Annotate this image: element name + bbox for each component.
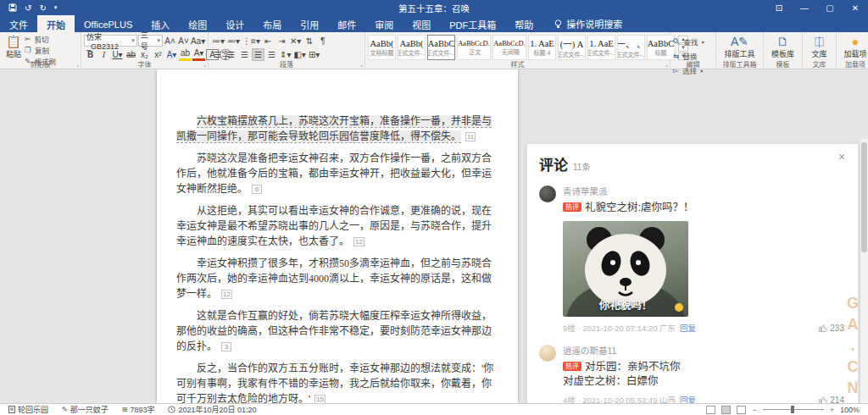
panda-image[interactable]: 你礼貌吗！ xyxy=(563,221,688,317)
font-dialog-launcher[interactable]: ⌟ xyxy=(203,61,206,68)
paragraph: 这就是合作互赢的好处，倘若苏晓大幅度压榨幸运女神所得收益，那他的收益的确高，但这… xyxy=(176,308,498,354)
style-item[interactable]: AaBb(正式文件-... xyxy=(398,35,426,60)
avatar[interactable] xyxy=(539,345,556,362)
print-layout-icon[interactable] xyxy=(721,406,731,414)
addins-button[interactable]: ● 加载项 xyxy=(839,34,868,61)
like-button[interactable]: 214 xyxy=(818,396,844,404)
redo-icon[interactable]: ↻ xyxy=(39,3,46,13)
numbering-icon[interactable]: ≕▾ xyxy=(226,35,241,47)
restore-icon[interactable]: ▢ xyxy=(817,0,843,15)
document-page[interactable]: 六枚宝箱摆放茶几上，苏晓这次开宝箱，准备操作一番，并非是与凯撒一同操作，那可能会… xyxy=(157,69,518,403)
thumbs-up-icon xyxy=(818,396,827,404)
style-item[interactable]: AaBbCcD.·正文 xyxy=(457,35,491,60)
find-button[interactable]: 查找 ▾ xyxy=(673,35,713,48)
zoom-in-icon[interactable]: + xyxy=(830,406,834,414)
web-layout-icon[interactable] xyxy=(737,406,746,414)
tab-references[interactable]: 引用 xyxy=(291,15,328,32)
tell-me-search[interactable]: 操作说明搜索 xyxy=(542,15,622,32)
change-case-icon[interactable]: Aa▾ xyxy=(191,35,205,47)
tab-pdf-toolbox[interactable]: PDF工具箱 xyxy=(440,15,505,32)
comment-count-marker[interactable]: 15 xyxy=(314,395,326,403)
book-icon xyxy=(8,406,15,413)
read-mode-icon[interactable] xyxy=(706,406,715,414)
bullets-icon[interactable]: ≔▾ xyxy=(211,35,225,47)
ribbon-display-options-icon[interactable]: ⊡ xyxy=(766,0,792,15)
shrink-font-icon[interactable]: A˅ xyxy=(177,35,190,47)
tab-help[interactable]: 帮助 xyxy=(505,15,542,32)
zoom-level[interactable]: 100% xyxy=(840,406,860,414)
tab-mailings[interactable]: 邮件 xyxy=(328,15,365,32)
sort-icon[interactable]: ⇅ xyxy=(303,35,315,47)
paragraph: 从这拒绝，其实可以看出幸运女神的合作诚意，更准确的说，现在幸运女神是最不希望苏晓… xyxy=(176,203,498,249)
library-button[interactable]: ⎅ 文库 xyxy=(805,34,833,61)
comment-item: 青诗苹果派 热评礼貌空之树:虐你吗？！ xyxy=(539,185,844,334)
zoom-out-icon[interactable]: − xyxy=(752,406,756,414)
template-library-icon: 🗋 xyxy=(777,36,789,47)
library-icon: ⎅ xyxy=(815,36,824,47)
decrease-indent-icon[interactable]: ⇤ xyxy=(262,35,275,47)
reply-link[interactable]: 回复 xyxy=(680,322,696,334)
close-comments-icon[interactable]: × xyxy=(834,149,849,164)
copy-button[interactable]: ❐ 复制 xyxy=(25,45,56,55)
typeset-tool-button[interactable]: A✎ 排版工具 xyxy=(719,34,760,61)
styles-dialog-launcher[interactable]: ⌟ xyxy=(665,61,668,68)
comment-count-marker[interactable]: 11 xyxy=(465,132,476,141)
comment-username[interactable]: 逍遥の斯基11 xyxy=(563,344,844,357)
paragraph-dialog-launcher[interactable]: ⌟ xyxy=(360,61,363,68)
paste-button[interactable]: 📋 粘贴 xyxy=(3,34,25,61)
grow-font-icon[interactable]: A˄ xyxy=(164,35,176,47)
save-icon[interactable] xyxy=(8,3,17,12)
author-status[interactable]: ✎ 那一只蚊子 xyxy=(62,404,108,415)
template-library-button[interactable]: 🗋 模板库 xyxy=(766,34,799,61)
style-item[interactable]: 一、 、正式文件-... xyxy=(617,35,645,60)
font-size-combobox[interactable]: 三号▾ xyxy=(138,35,163,47)
customize-qat-icon[interactable]: ▾ xyxy=(54,4,58,11)
lightbulb-icon xyxy=(554,19,562,29)
minimize-icon[interactable]: — xyxy=(792,0,817,15)
tab-home[interactable]: 开始 xyxy=(37,15,75,32)
font-name-combobox[interactable]: 仿宋_GB2312▾ xyxy=(84,35,137,47)
tab-view[interactable]: 视图 xyxy=(403,15,440,32)
reply-link[interactable]: 回复 xyxy=(680,394,696,403)
cut-button[interactable]: ✂ 剪切 xyxy=(25,34,56,44)
style-item[interactable]: AaBb(文档标题 xyxy=(368,35,396,60)
avatar[interactable] xyxy=(539,185,556,202)
style-item[interactable]: (一) A正式文件-... xyxy=(558,35,586,60)
commented-text-highlight[interactable]: 六枚宝箱摆放茶几上，苏晓这次开宝箱，准备操作一番，并非是与凯撒一同操作，那可能会… xyxy=(176,115,492,142)
tab-review[interactable]: 审阅 xyxy=(365,15,403,32)
scrollbar-thumb[interactable] xyxy=(861,142,867,252)
comment-item: 逍遥の斯基11 热评对乐园：亲妈不坑你 对虚空之树：白嫖你 4楼 · 2021-… xyxy=(539,344,844,403)
comment-count-marker[interactable]: 12 xyxy=(221,290,232,299)
window-title: 第五十五章：召唤 xyxy=(0,2,868,14)
comment-username[interactable]: 青诗苹果派 xyxy=(563,185,844,197)
asian-layout-icon[interactable]: ✕▾ xyxy=(289,35,302,47)
comments-scrollbar[interactable] xyxy=(860,139,868,403)
style-item[interactable]: 1. AaE标题 4 xyxy=(528,35,556,60)
style-item-selected[interactable]: AaBbC正式文件-... xyxy=(427,35,455,60)
show-marks-icon[interactable]: ¶ xyxy=(316,35,329,47)
comment-count-marker[interactable]: 12 xyxy=(353,237,364,246)
book-title-status[interactable]: 轮回乐园 xyxy=(8,404,48,415)
close-window-icon[interactable]: ✕ xyxy=(843,0,868,15)
paragraph: 反之，当合作的双方五五分账时，幸运女神那边的想法就变成：'你可别有事啊，我家有件… xyxy=(176,361,498,403)
tab-draw[interactable]: 绘图 xyxy=(179,15,216,32)
tab-insert[interactable]: 插入 xyxy=(142,15,179,32)
multilevel-list-icon[interactable]: ⋮≡▾ xyxy=(242,35,261,47)
word-count-status[interactable]: ⊞ 7893字 xyxy=(122,404,155,415)
clipboard-dialog-launcher[interactable]: ⌟ xyxy=(76,61,79,68)
style-item[interactable]: AaBbCcD.·无间隔 xyxy=(492,35,526,60)
undo-icon[interactable]: ↺ xyxy=(25,3,31,13)
tab-layout[interactable]: 布局 xyxy=(253,15,291,32)
increase-indent-icon[interactable]: ⇥ xyxy=(275,35,288,47)
zoom-slider-thumb[interactable] xyxy=(791,406,794,413)
paragraph: 六枚宝箱摆放茶几上，苏晓这次开宝箱，准备操作一番，并非是与凯撒一同操作，那可能会… xyxy=(176,113,498,144)
zoom-slider[interactable] xyxy=(763,409,824,410)
tab-design[interactable]: 设计 xyxy=(216,15,253,32)
comment-count-marker[interactable]: 3 xyxy=(221,342,231,351)
like-button[interactable]: 233 xyxy=(818,324,844,333)
tab-file[interactable]: 文件 xyxy=(0,15,37,32)
tab-officeplus[interactable]: OfficePLUS xyxy=(75,15,142,32)
comment-count-marker[interactable]: 6 xyxy=(252,185,262,194)
group-clipboard: 📋 粘贴 ✂ 剪切 ❐ 复制 ✎ 格式刷 剪贴板 ⌟ xyxy=(0,32,81,69)
style-item[interactable]: 1. AaE正式文件-... xyxy=(587,35,615,60)
